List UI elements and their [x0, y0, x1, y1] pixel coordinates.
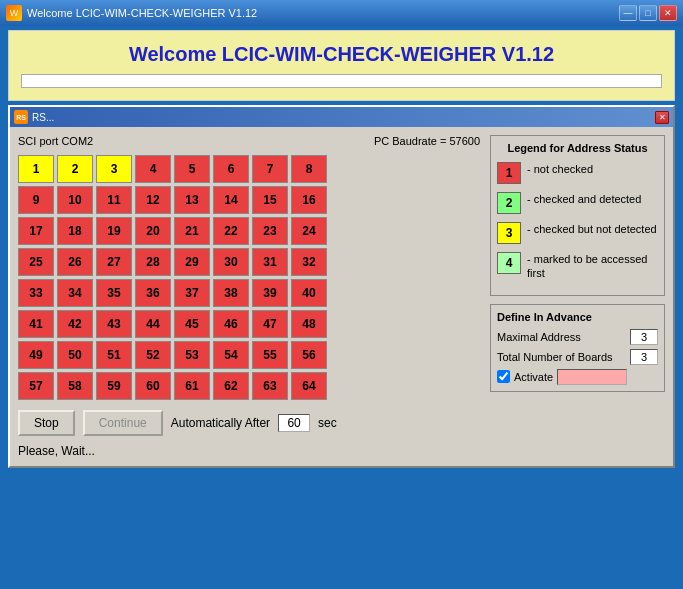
grid-cell[interactable]: 8 [291, 155, 327, 183]
grid-cell[interactable]: 1 [18, 155, 54, 183]
grid-cell[interactable]: 61 [174, 372, 210, 400]
grid-cell[interactable]: 45 [174, 310, 210, 338]
grid-cell[interactable]: 17 [18, 217, 54, 245]
total-boards-input[interactable] [630, 349, 658, 365]
grid-cell[interactable]: 16 [291, 186, 327, 214]
stop-button[interactable]: Stop [18, 410, 75, 436]
second-close-button[interactable]: ✕ [655, 111, 669, 124]
main-content: SCI port COM2 PC Baudrate = 57600 123456… [10, 127, 673, 466]
welcome-progress [21, 74, 662, 88]
window-title: Welcome LCIC-WIM-CHECK-WEIGHER V1.12 [27, 7, 257, 19]
grid-cell[interactable]: 22 [213, 217, 249, 245]
grid-cell[interactable]: 57 [18, 372, 54, 400]
grid-cell[interactable]: 13 [174, 186, 210, 214]
grid-cell[interactable]: 12 [135, 186, 171, 214]
define-title: Define In Advance [497, 311, 658, 323]
minimize-button[interactable]: — [619, 5, 637, 21]
grid-cell[interactable]: 51 [96, 341, 132, 369]
second-window-title: RS... [32, 112, 54, 123]
grid-cell[interactable]: 52 [135, 341, 171, 369]
grid-cell[interactable]: 3 [96, 155, 132, 183]
grid-cell[interactable]: 42 [57, 310, 93, 338]
left-section: SCI port COM2 PC Baudrate = 57600 123456… [18, 135, 480, 458]
grid-cell[interactable]: 49 [18, 341, 54, 369]
legend-item-text: - marked to be accessed first [527, 252, 658, 281]
grid-cell[interactable]: 39 [252, 279, 288, 307]
grid-cell[interactable]: 34 [57, 279, 93, 307]
grid-cell[interactable]: 32 [291, 248, 327, 276]
maximize-button[interactable]: □ [639, 5, 657, 21]
grid-cell[interactable]: 36 [135, 279, 171, 307]
welcome-text: Welcome LCIC-WIM-CHECK-WEIGHER V1.12 [21, 43, 662, 66]
grid-cell[interactable]: 44 [135, 310, 171, 338]
continue-button[interactable]: Continue [83, 410, 163, 436]
activate-field[interactable] [557, 369, 627, 385]
grid-cell[interactable]: 33 [18, 279, 54, 307]
baud-rate-label: PC Baudrate = 57600 [374, 135, 480, 147]
welcome-panel: Welcome LCIC-WIM-CHECK-WEIGHER V1.12 [8, 30, 675, 101]
grid-cell[interactable]: 24 [291, 217, 327, 245]
activate-checkbox[interactable] [497, 370, 510, 383]
grid-cell[interactable]: 53 [174, 341, 210, 369]
grid-cell[interactable]: 47 [252, 310, 288, 338]
grid-cell[interactable]: 19 [96, 217, 132, 245]
grid-cell[interactable]: 2 [57, 155, 93, 183]
grid-cell[interactable]: 5 [174, 155, 210, 183]
grid-cell[interactable]: 59 [96, 372, 132, 400]
max-address-input[interactable] [630, 329, 658, 345]
grid-cell[interactable]: 37 [174, 279, 210, 307]
grid-cell[interactable]: 21 [174, 217, 210, 245]
buttons-row: Stop Continue Automatically After sec [18, 410, 480, 436]
grid-cell[interactable]: 29 [174, 248, 210, 276]
grid-cell[interactable]: 14 [213, 186, 249, 214]
grid-cell[interactable]: 63 [252, 372, 288, 400]
close-button[interactable]: ✕ [659, 5, 677, 21]
grid-cell[interactable]: 46 [213, 310, 249, 338]
legend-item: 4- marked to be accessed first [497, 252, 658, 281]
grid-cell[interactable]: 38 [213, 279, 249, 307]
grid-cell[interactable]: 58 [57, 372, 93, 400]
legend-badge: 4 [497, 252, 521, 274]
auto-input[interactable] [278, 414, 310, 432]
grid-cell[interactable]: 7 [252, 155, 288, 183]
grid-cell[interactable]: 54 [213, 341, 249, 369]
grid-cell[interactable]: 25 [18, 248, 54, 276]
legend-box: Legend for Address Status 1- not checked… [490, 135, 665, 296]
grid-cell[interactable]: 40 [291, 279, 327, 307]
grid-cell[interactable]: 41 [18, 310, 54, 338]
title-bar-left: W Welcome LCIC-WIM-CHECK-WEIGHER V1.12 [6, 5, 257, 21]
grid-cell[interactable]: 23 [252, 217, 288, 245]
grid-cell[interactable]: 4 [135, 155, 171, 183]
grid-cell[interactable]: 60 [135, 372, 171, 400]
grid-cell[interactable]: 43 [96, 310, 132, 338]
address-grid: 1234567891011121314151617181920212223242… [18, 155, 480, 400]
grid-cell[interactable]: 27 [96, 248, 132, 276]
grid-cell[interactable]: 6 [213, 155, 249, 183]
grid-cell[interactable]: 55 [252, 341, 288, 369]
grid-cell[interactable]: 11 [96, 186, 132, 214]
legend-item: 1- not checked [497, 162, 658, 184]
legend-badge: 1 [497, 162, 521, 184]
grid-cell[interactable]: 15 [252, 186, 288, 214]
legend-item-text: - checked and detected [527, 192, 641, 206]
define-box: Define In Advance Maximal Address Total … [490, 304, 665, 392]
grid-cell[interactable]: 26 [57, 248, 93, 276]
grid-cell[interactable]: 20 [135, 217, 171, 245]
grid-cell[interactable]: 62 [213, 372, 249, 400]
grid-cell[interactable]: 64 [291, 372, 327, 400]
grid-cell[interactable]: 35 [96, 279, 132, 307]
grid-cell[interactable]: 18 [57, 217, 93, 245]
title-bar: W Welcome LCIC-WIM-CHECK-WEIGHER V1.12 —… [0, 0, 683, 26]
legend-badge: 3 [497, 222, 521, 244]
grid-cell[interactable]: 56 [291, 341, 327, 369]
grid-cell[interactable]: 28 [135, 248, 171, 276]
grid-cell[interactable]: 30 [213, 248, 249, 276]
grid-cell[interactable]: 50 [57, 341, 93, 369]
second-title-left: RS RS... [14, 110, 54, 124]
sec-label: sec [318, 416, 337, 430]
grid-cell[interactable]: 31 [252, 248, 288, 276]
grid-cell[interactable]: 48 [291, 310, 327, 338]
grid-cell[interactable]: 9 [18, 186, 54, 214]
activate-row: Activate [497, 369, 658, 385]
grid-cell[interactable]: 10 [57, 186, 93, 214]
